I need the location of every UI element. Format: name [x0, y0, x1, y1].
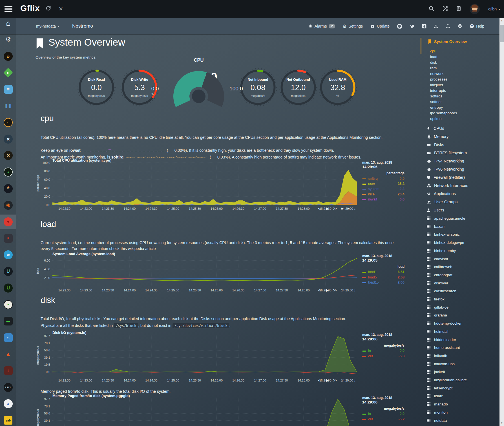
zoom-in-icon[interactable]: + [341, 378, 343, 382]
chart-plot[interactable] [52, 256, 357, 287]
toc-section-applications[interactable]: Applications [427, 191, 456, 196]
legend-row-in[interactable]: in0.0 [362, 412, 404, 417]
toc-app-elasticsearch[interactable]: elasticsearch [427, 289, 456, 293]
toc-section-users[interactable]: Users [427, 208, 444, 212]
app-icon-green-ring[interactable]: ● [0, 165, 16, 179]
host-dropdown[interactable]: my-netdata▾ [36, 24, 59, 28]
scroll-up-arrow[interactable]: ▲ [499, 19, 504, 23]
legend-row-load5[interactable]: load52.68 [362, 275, 404, 280]
toc-section-ipv6-networking[interactable]: IPv6 Networking [427, 167, 464, 171]
app-icon-gitlab-fox[interactable]: ▲ [0, 347, 16, 362]
toc-section-firewall-netfilter-[interactable]: Firewall (netfilter) [427, 175, 465, 180]
settings-button[interactable]: ⚙ Settings [342, 24, 363, 29]
legend-row-load1[interactable]: load16.51 [362, 270, 404, 275]
disk-chart[interactable]: Disk I/O (system.io)97.778.158.639.119.5… [34, 329, 409, 388]
toc-item-interrupts[interactable]: interrupts [430, 88, 446, 93]
twitter-icon[interactable] [410, 24, 415, 28]
toc-item-idlejitter[interactable]: idlejitter [430, 83, 443, 87]
resize-icon[interactable]: ↕ [354, 206, 356, 211]
app-icon-media-library[interactable]: ≡ [0, 82, 16, 97]
app-icon-monitorr-pills[interactable]: ▬ [0, 314, 16, 328]
app-icon-scatter[interactable]: * [0, 181, 16, 196]
app-icon-orange-chevrons[interactable]: » [0, 49, 16, 64]
toc-item-uptime[interactable]: uptime [430, 117, 442, 121]
toc-section-user-groups[interactable]: User Groups [427, 200, 457, 204]
skip-back-icon[interactable]: ≪ [318, 288, 322, 292]
chart-plot[interactable] [52, 398, 357, 426]
app-icon-cross-white[interactable]: × [0, 132, 16, 146]
app-icon-lazylibrarian[interactable]: LAZY [0, 380, 16, 395]
toc-app-jackett[interactable]: jackett [427, 370, 445, 374]
toc-app-letsencrypt[interactable]: letsencrypt [427, 386, 452, 390]
zoom-out-icon[interactable]: − [348, 378, 350, 382]
toc-app-binhex-delugevpn[interactable]: binhex-delugevpn [427, 240, 464, 245]
skip-forward-icon[interactable]: ≫ [333, 378, 337, 382]
avatar[interactable] [470, 4, 480, 14]
download-icon[interactable] [434, 24, 438, 28]
scroll-thumb[interactable] [500, 25, 504, 42]
legend-row-user[interactable]: user35.3 [362, 182, 404, 187]
toc-app-netdata[interactable]: netdata [427, 418, 447, 423]
play-icon[interactable]: ▶ [326, 206, 329, 211]
toc-item-network[interactable]: network [430, 72, 443, 76]
upload-icon[interactable] [446, 24, 450, 28]
toc-app-home-assistant[interactable]: home-assistant [427, 345, 460, 350]
app-icon-red-cubes[interactable]: ■ [0, 231, 16, 246]
toc-app-binhex-airsonic[interactable]: binhex-airsonic [427, 232, 460, 237]
app-icon-blue-loop[interactable]: ∞ [0, 247, 16, 262]
app-icon-grafana[interactable]: ◉ [0, 198, 16, 213]
app-icon-deluge-droplet[interactable]: ● [0, 396, 16, 411]
toc-app-hiddenloader[interactable]: hiddenloader [427, 338, 456, 342]
legend-row-out[interactable]: out-5.3 [362, 354, 404, 359]
gauge-disk-read[interactable]: Disk Read0.0megabytes/s [77, 68, 116, 107]
play-icon[interactable]: ▶ [326, 288, 329, 292]
print-icon[interactable] [457, 24, 462, 28]
github-icon[interactable] [397, 24, 402, 29]
toc-app-grafana[interactable]: grafana [427, 313, 447, 317]
chart-plot[interactable] [52, 335, 357, 377]
fullscreen-icon[interactable] [443, 6, 448, 12]
cpu-chart[interactable]: Total CPU utilization (system.cpu)100.08… [34, 157, 409, 216]
legend-row-out[interactable]: out-5.2 [362, 417, 404, 422]
app-icon-sabnzbd[interactable]: sab [0, 413, 16, 426]
toc-item-entropy[interactable]: entropy [430, 105, 443, 110]
toc-section-ipv4-networking[interactable]: IPv4 Networking [427, 159, 464, 163]
toc-app-firefox[interactable]: firefox [427, 297, 445, 301]
toc-app-binhex-emby[interactable]: binhex-emby [427, 249, 456, 253]
user-menu[interactable]: gilbn ▾ [488, 7, 500, 11]
toc-app-influxdb-ups[interactable]: influxdb-ups [427, 362, 455, 366]
toc-section-network-interfaces[interactable]: Network Interfaces [427, 183, 468, 188]
zoom-out-icon[interactable]: − [348, 206, 350, 211]
toc-header[interactable]: System Overview [428, 39, 467, 44]
toc-app-influxdb[interactable]: influxdb [427, 354, 447, 358]
app-title[interactable]: Gflix [20, 3, 40, 13]
search-icon[interactable] [429, 6, 434, 12]
toc-app-chronograf[interactable]: chronograf [427, 273, 452, 277]
legend-row-iowait[interactable]: iowait0.0 [362, 197, 404, 202]
legend-row-nice[interactable]: nice20.4 [362, 192, 404, 197]
toc-item-softirqs[interactable]: softirqs [430, 94, 443, 98]
toc-item-disk[interactable]: disk [430, 60, 437, 64]
app-icon-blue-house[interactable]: ⌂ [0, 330, 16, 345]
toc-app-apacheguacamole[interactable]: apacheguacamole [427, 216, 465, 220]
toc-app-mariadb[interactable]: mariadb [427, 402, 448, 406]
toc-item-softnet[interactable]: softnet [430, 100, 442, 104]
skip-forward-icon[interactable]: ≫ [333, 206, 337, 211]
refresh-icon[interactable] [46, 6, 51, 12]
toc-item-load[interactable]: load [430, 55, 437, 59]
app-icon-green-u[interactable]: U [0, 281, 16, 295]
skip-back-icon[interactable]: ≪ [318, 378, 322, 382]
toc-app-bazarr[interactable]: bazarr [427, 224, 445, 229]
toc-section-btrfs-filesystem[interactable]: BTRFS filesystem [427, 151, 467, 155]
app-icon-airsonic-soundwave[interactable]: ||||| [0, 99, 16, 113]
legend-row-softirq[interactable]: softirq0.0 [362, 176, 404, 181]
chart-plot[interactable] [52, 163, 357, 205]
app-icon-jackett-magnifier[interactable]: ○ [0, 115, 16, 130]
zoom-in-icon[interactable]: + [341, 206, 343, 211]
gauge-net-outbound[interactable]: Net Outbound12.0megabits/s [278, 68, 318, 107]
toc-item-processes[interactable]: processes [430, 77, 448, 81]
toc-app-lazylibrarian-calibre[interactable]: lazylibrarian-calibre [427, 378, 467, 382]
toc-section-disks[interactable]: Disks [427, 142, 444, 147]
help-button[interactable]: ? Help [470, 24, 484, 28]
toc-app-lidarr[interactable]: lidarr [427, 394, 443, 398]
